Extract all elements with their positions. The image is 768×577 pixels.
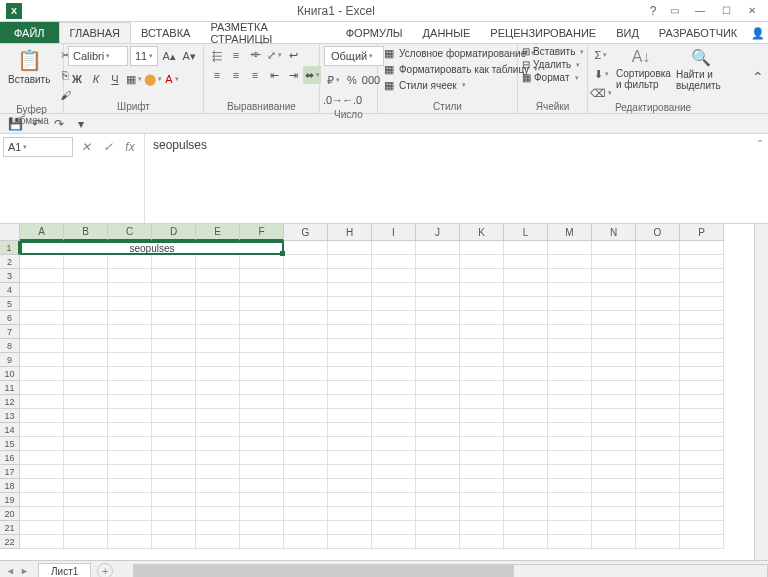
cell[interactable]: [196, 521, 240, 535]
qat-customize-icon[interactable]: ▾: [72, 115, 90, 133]
cell[interactable]: [504, 535, 548, 549]
cell[interactable]: [592, 353, 636, 367]
cell[interactable]: [592, 437, 636, 451]
cell[interactable]: [240, 297, 284, 311]
cell[interactable]: [20, 395, 64, 409]
cell[interactable]: [372, 269, 416, 283]
column-header[interactable]: D: [152, 224, 196, 241]
cell[interactable]: [636, 535, 680, 549]
cell[interactable]: [548, 437, 592, 451]
cell[interactable]: [416, 381, 460, 395]
cell[interactable]: [240, 451, 284, 465]
cell[interactable]: [108, 381, 152, 395]
cell[interactable]: [372, 395, 416, 409]
cell[interactable]: [680, 255, 724, 269]
column-header[interactable]: I: [372, 224, 416, 241]
increase-font-icon[interactable]: A▴: [160, 47, 178, 65]
row-header[interactable]: 20: [0, 507, 20, 521]
cell[interactable]: [460, 465, 504, 479]
cell[interactable]: [64, 283, 108, 297]
cell[interactable]: [592, 395, 636, 409]
cell[interactable]: [196, 437, 240, 451]
cell[interactable]: [328, 339, 372, 353]
cell[interactable]: [240, 339, 284, 353]
cell[interactable]: [504, 465, 548, 479]
cell[interactable]: [196, 367, 240, 381]
number-format-select[interactable]: Общий: [324, 46, 384, 66]
cell[interactable]: [328, 353, 372, 367]
cell[interactable]: [284, 367, 328, 381]
cell[interactable]: [196, 479, 240, 493]
cell[interactable]: [20, 255, 64, 269]
cell[interactable]: [504, 297, 548, 311]
cell[interactable]: [152, 535, 196, 549]
cell[interactable]: [460, 535, 504, 549]
cell[interactable]: [680, 381, 724, 395]
cell[interactable]: [680, 493, 724, 507]
cell[interactable]: [328, 521, 372, 535]
cell[interactable]: [680, 325, 724, 339]
cell[interactable]: [372, 465, 416, 479]
cell[interactable]: [284, 465, 328, 479]
cell[interactable]: [548, 493, 592, 507]
cell[interactable]: [636, 409, 680, 423]
row-header[interactable]: 22: [0, 535, 20, 549]
cell[interactable]: [592, 521, 636, 535]
cell[interactable]: [504, 451, 548, 465]
cell[interactable]: [284, 241, 328, 255]
cell[interactable]: [460, 395, 504, 409]
cell[interactable]: [680, 479, 724, 493]
horizontal-scrollbar[interactable]: [133, 564, 768, 578]
cell[interactable]: [548, 423, 592, 437]
column-header[interactable]: L: [504, 224, 548, 241]
decrease-decimal-icon[interactable]: ←.0: [343, 91, 361, 109]
cell[interactable]: [64, 451, 108, 465]
cell[interactable]: [460, 507, 504, 521]
cell[interactable]: [416, 409, 460, 423]
cell[interactable]: [548, 479, 592, 493]
cell[interactable]: [372, 535, 416, 549]
align-top-icon[interactable]: ⬱: [208, 46, 226, 64]
column-header[interactable]: M: [548, 224, 592, 241]
cell[interactable]: [680, 311, 724, 325]
cell[interactable]: [240, 353, 284, 367]
cell[interactable]: [548, 353, 592, 367]
cell[interactable]: [328, 535, 372, 549]
cell[interactable]: [680, 339, 724, 353]
cell[interactable]: [416, 283, 460, 297]
cell[interactable]: [636, 423, 680, 437]
cell[interactable]: [416, 521, 460, 535]
cell[interactable]: [460, 409, 504, 423]
cell[interactable]: [284, 535, 328, 549]
cell[interactable]: [64, 339, 108, 353]
tab-data[interactable]: ДАННЫЕ: [413, 22, 481, 43]
cell[interactable]: [328, 423, 372, 437]
cell[interactable]: [636, 269, 680, 283]
cell[interactable]: [64, 507, 108, 521]
cell[interactable]: [592, 465, 636, 479]
user-icon[interactable]: 👤: [747, 22, 768, 44]
cell[interactable]: [636, 311, 680, 325]
cell[interactable]: [548, 535, 592, 549]
cell[interactable]: [372, 437, 416, 451]
cell[interactable]: [504, 437, 548, 451]
cell[interactable]: [504, 381, 548, 395]
cell[interactable]: [152, 423, 196, 437]
cell[interactable]: [196, 395, 240, 409]
cell[interactable]: [636, 241, 680, 255]
cell[interactable]: [152, 297, 196, 311]
vertical-scrollbar[interactable]: [754, 224, 768, 560]
cell[interactable]: [64, 465, 108, 479]
ribbon-options-icon[interactable]: ▭: [662, 2, 686, 20]
delete-cells-button[interactable]: ⊟Удалить: [522, 59, 584, 70]
cell[interactable]: [460, 451, 504, 465]
cell[interactable]: [372, 241, 416, 255]
cell[interactable]: [592, 241, 636, 255]
cell[interactable]: [460, 479, 504, 493]
cell[interactable]: [636, 395, 680, 409]
cell[interactable]: [240, 507, 284, 521]
cell[interactable]: [152, 367, 196, 381]
cell[interactable]: [416, 297, 460, 311]
cell[interactable]: [460, 325, 504, 339]
cell[interactable]: [328, 395, 372, 409]
